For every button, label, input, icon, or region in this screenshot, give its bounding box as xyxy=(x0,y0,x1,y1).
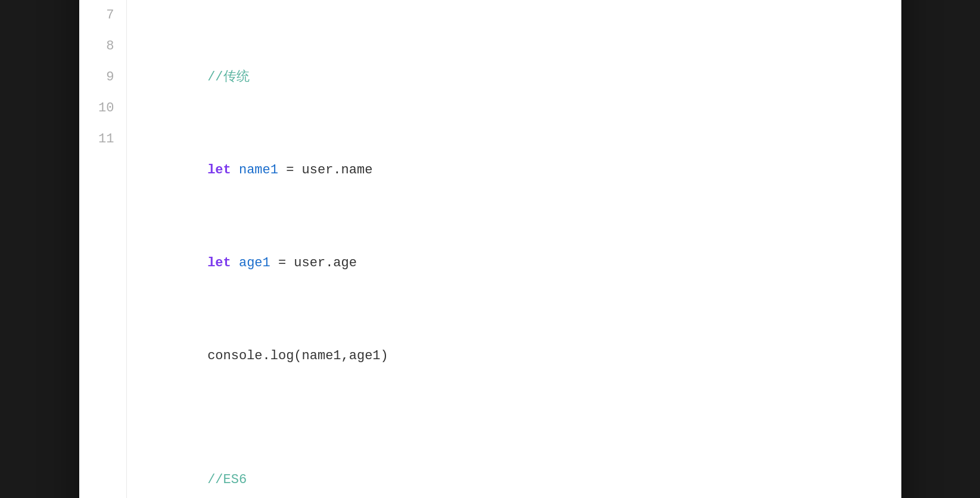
code-window: 1 2 3 4 5 6 7 8 9 10 11 //对象解构 let user … xyxy=(79,0,901,498)
code-line-8 xyxy=(145,403,901,434)
line-num-9: 9 xyxy=(79,62,114,93)
code-rest-5: = user.name xyxy=(278,163,372,178)
comment-9: //ES6 xyxy=(207,472,247,487)
line-num-7: 7 xyxy=(79,0,114,31)
code-line-6: let age1 = user.age xyxy=(145,217,901,310)
var-name1: name1 xyxy=(231,163,278,178)
code-line-9: //ES6 xyxy=(145,434,901,499)
keyword-let-6: let xyxy=(207,256,231,270)
line-numbers: 1 2 3 4 5 6 7 8 9 10 11 xyxy=(79,0,127,498)
line-num-11: 11 xyxy=(79,124,114,155)
code-line-3 xyxy=(145,0,901,31)
line-num-8: 8 xyxy=(79,31,114,62)
keyword-let-5: let xyxy=(207,163,231,178)
line-num-10: 10 xyxy=(79,93,114,124)
code-lines: //对象解构 let user = {name:'Kylin',age:18} … xyxy=(127,0,901,498)
code-area: 1 2 3 4 5 6 7 8 9 10 11 //对象解构 let user … xyxy=(79,0,901,498)
code-rest-6: = user.age xyxy=(270,256,357,270)
code-line-7: console.log(name1,age1) xyxy=(145,310,901,403)
var-age1: age1 xyxy=(231,256,270,270)
code-rest-7: console.log(name1,age1) xyxy=(207,348,388,363)
code-line-4: //传统 xyxy=(145,31,901,124)
code-line-5: let name1 = user.name xyxy=(145,124,901,217)
comment-4: //传统 xyxy=(207,70,249,85)
